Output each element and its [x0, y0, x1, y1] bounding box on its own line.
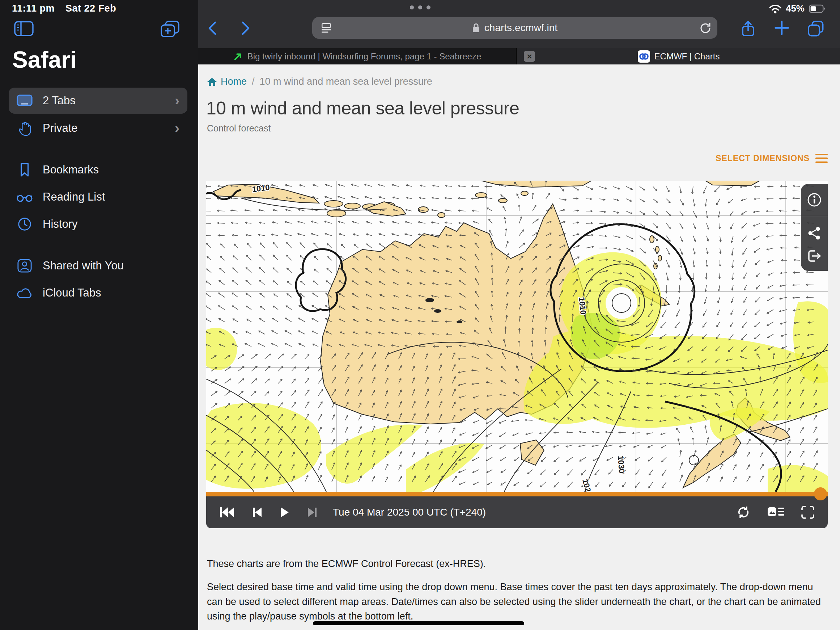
tab-seabreeze[interactable]: Big twirly inbound | Windsurfing Forums,… — [198, 48, 516, 65]
hamburger-icon — [815, 154, 828, 163]
fullscreen-button[interactable] — [801, 505, 815, 519]
time-slider-handle[interactable] — [814, 488, 827, 500]
svg-text:1030: 1030 — [616, 456, 626, 474]
close-tab-button[interactable]: × — [524, 51, 535, 62]
reload-button[interactable] — [699, 22, 711, 34]
tabs-overview-icon — [807, 20, 824, 37]
valid-time-label: Tue 04 Mar 2025 00 UTC (T+240) — [333, 507, 486, 518]
address-bar[interactable]: charts.ecmwf.int — [312, 17, 717, 39]
ipad-screen: 11:11 pm Sat 22 Feb Safari — [0, 0, 840, 630]
sidebar-item-label: History — [43, 218, 187, 231]
new-tab-group-icon — [160, 20, 180, 38]
share-icon — [741, 20, 755, 38]
status-time: 11:11 pm — [12, 3, 55, 14]
map-info-button[interactable] — [806, 192, 822, 208]
status-bar-left: 11:11 pm Sat 22 Feb — [12, 3, 116, 14]
weather-map[interactable]: 1010 1010 1020 1030 — [206, 180, 828, 492]
skip-start-icon — [219, 507, 234, 518]
new-tab-button[interactable] — [774, 20, 790, 36]
battery-icon — [809, 4, 826, 13]
sidebar-item-bookmarks[interactable]: Bookmarks — [9, 157, 187, 183]
lock-icon — [472, 23, 480, 33]
chevron-right-icon: › — [175, 94, 180, 108]
sidebar-item-tabs[interactable]: 2 Tabs › — [9, 88, 187, 114]
shared-person-icon — [14, 257, 35, 275]
export-icon — [807, 249, 822, 263]
breadcrumb-separator: / — [252, 76, 255, 87]
status-date: Sat 22 Feb — [65, 3, 116, 14]
sidebar-item-label: 2 Tabs — [43, 94, 175, 107]
sidebar-item-private[interactable]: Private › — [9, 115, 187, 141]
back-button[interactable] — [205, 20, 221, 36]
sidebar-item-label: Reading List — [43, 190, 187, 204]
glasses-icon — [14, 188, 35, 206]
multitasking-dots[interactable] — [410, 5, 431, 9]
map-share-button[interactable] — [807, 226, 821, 241]
sidebar-item-shared-with-you[interactable]: Shared with You — [9, 253, 187, 279]
safari-sidebar: 11:11 pm Sat 22 Feb Safari — [0, 0, 198, 630]
plus-icon — [774, 20, 789, 35]
tab-title: ECMWF | Charts — [654, 51, 720, 62]
play-button[interactable] — [280, 507, 289, 518]
tabs-icon — [14, 92, 35, 110]
sidebar-toggle-icon — [14, 20, 34, 37]
time-slider[interactable] — [206, 492, 828, 496]
page-title: 10 m wind and mean sea level pressure — [206, 98, 519, 119]
loop-icon — [736, 505, 751, 520]
skip-to-end-button[interactable] — [307, 507, 317, 518]
ecmwf-favicon — [638, 50, 650, 63]
sidebar-toggle-button[interactable] — [14, 20, 34, 37]
bookmark-icon — [14, 161, 35, 179]
play-icon — [280, 507, 289, 518]
share-button[interactable] — [741, 20, 757, 36]
page-subtitle: Control forecast — [207, 123, 271, 134]
sidebar-item-label: Shared with You — [43, 259, 187, 272]
home-indicator[interactable] — [313, 621, 524, 625]
breadcrumb-home-link[interactable]: Home — [207, 76, 247, 87]
hand-icon — [14, 119, 35, 137]
back-icon — [205, 20, 221, 36]
sidebar-item-label: Bookmarks — [43, 163, 187, 176]
seabreeze-favicon — [233, 51, 243, 62]
image-list-icon — [767, 507, 784, 518]
map-export-button[interactable] — [807, 249, 822, 263]
sidebar-item-reading-list[interactable]: Reading List — [9, 184, 187, 210]
tab-title: Big twirly inbound | Windsurfing Forums,… — [248, 51, 482, 62]
step-back-icon — [252, 507, 263, 518]
share-nodes-icon — [807, 226, 821, 241]
description-paragraph-2: Select desired base time and valid time … — [207, 580, 831, 624]
home-icon — [207, 77, 217, 87]
loop-button[interactable] — [736, 505, 751, 520]
wifi-icon — [769, 4, 782, 14]
forward-button[interactable] — [237, 20, 253, 36]
clock-icon — [14, 215, 35, 233]
animation-player-bar: Tue 04 Mar 2025 00 UTC (T+240) — [206, 496, 828, 528]
tab-bar: Big twirly inbound | Windsurfing Forums,… — [198, 48, 840, 65]
battery-percent: 45% — [786, 3, 805, 14]
description-paragraph-1: These charts are from the ECMWF Control … — [207, 557, 831, 571]
reload-icon — [699, 22, 711, 34]
sidebar-item-label: Private — [43, 122, 175, 135]
cloud-icon — [14, 284, 35, 302]
sidebar-title: Safari — [12, 46, 77, 73]
sidebar-item-history[interactable]: History — [9, 211, 187, 237]
select-dimensions-button[interactable]: SELECT DIMENSIONS — [715, 154, 828, 163]
info-icon — [806, 192, 822, 208]
sidebar-item-label: iCloud Tabs — [43, 287, 187, 299]
browser-toolbar: charts.ecmwf.int — [198, 0, 840, 48]
image-list-button[interactable] — [767, 507, 784, 518]
new-tab-group-button[interactable] — [160, 20, 180, 38]
skip-end-icon — [307, 507, 317, 518]
tab-ecmwf-charts[interactable]: × ECMWF | Charts — [517, 48, 840, 65]
svg-text:1010: 1010 — [577, 296, 588, 315]
chart-area: 1010 1010 1020 1030 — [206, 180, 828, 528]
step-back-button[interactable] — [252, 507, 263, 518]
reader-icon[interactable] — [321, 22, 332, 34]
skip-to-start-button[interactable] — [219, 507, 234, 518]
tab-overview-button[interactable] — [807, 20, 823, 36]
breadcrumb-current: 10 m wind and mean sea level pressure — [260, 76, 432, 87]
map-tools-panel — [801, 184, 828, 271]
sidebar-item-icloud-tabs[interactable]: iCloud Tabs — [9, 280, 187, 306]
forward-icon — [237, 20, 253, 36]
web-page: Home / 10 m wind and mean sea level pres… — [198, 65, 840, 630]
